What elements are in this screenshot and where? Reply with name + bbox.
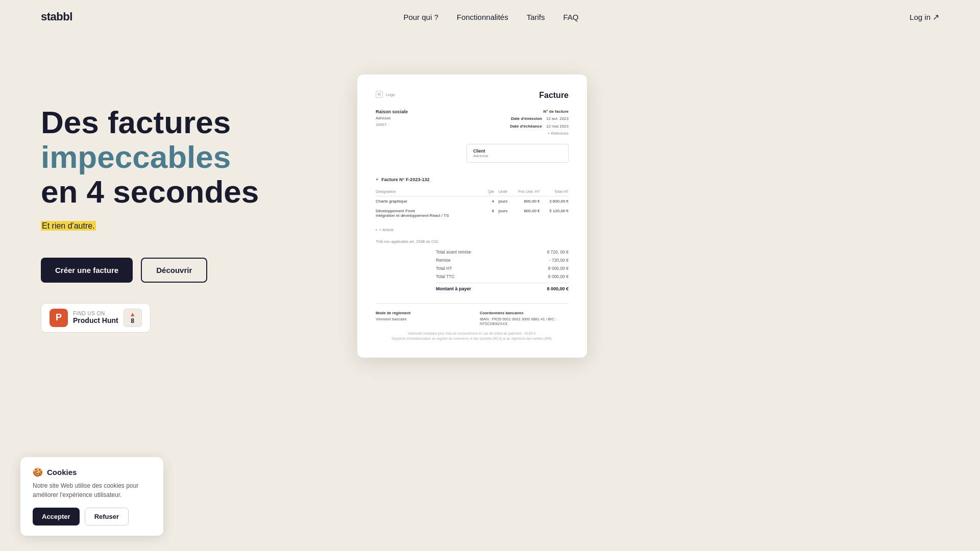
cookie-buttons: Accepter Refuser — [33, 508, 151, 525]
cookie-banner: 🍪 Cookies Notre site Web utilise des coo… — [20, 457, 163, 536]
table-row: Charte graphique 4 jours 800,00 € 3 600,… — [376, 196, 569, 207]
cookie-refuse-button[interactable]: Refuser — [85, 508, 129, 525]
client-box: Client Adresse — [467, 144, 569, 163]
cookie-text: Notre site Web utilise des cookies pour … — [33, 481, 151, 499]
invoice-table: Désignation Qté Unité Prix Unit. HT Tota… — [376, 187, 569, 220]
nav-faq[interactable]: FAQ — [564, 13, 579, 21]
company-info: Raison sociale Adresse SIRET : — [376, 108, 408, 136]
invoice-logo: 🖼 Logo — [376, 91, 395, 98]
cookie-accept-button[interactable]: Accepter — [33, 508, 80, 525]
product-hunt-votes: ▲ 8 — [124, 309, 142, 327]
nav-pour-qui[interactable]: Pour qui ? — [403, 13, 438, 21]
add-article-button[interactable]: ▪ + Article — [376, 228, 569, 232]
cta-buttons: Créer une facture Découvrir — [41, 258, 327, 283]
invoice-legal-note: Indemnité forfaitaire pour frais de reco… — [376, 331, 569, 341]
product-hunt-icon: P — [50, 309, 68, 327]
table-row: Développement Front Intégration et dével… — [376, 206, 569, 220]
header: stabbl Pour qui ? Fonctionnalités Tarifs… — [0, 0, 980, 34]
invoice-meta: N° de facture Date d'émission 12 avr. 20… — [510, 108, 569, 136]
nav-fonctionnalites[interactable]: Fonctionnalités — [457, 13, 508, 21]
invoice-footer: Mode de règlement Virement bancaire Coor… — [376, 303, 569, 326]
external-link-icon: ↗ — [933, 12, 939, 22]
tva-note: TVA non applicable art. 293B du CGI — [376, 239, 569, 244]
nav-tarifs[interactable]: Tarifs — [527, 13, 545, 21]
main-content: Des factures impeccables en 4 secondes E… — [0, 34, 980, 358]
hero-section: Des factures impeccables en 4 secondes E… — [41, 64, 327, 333]
logo-placeholder-icon: 🖼 — [376, 91, 383, 98]
invoice-title: Facture — [539, 91, 569, 100]
invoice-preview: 🖼 Logo Facture Raison sociale Adresse SI… — [357, 74, 587, 358]
cookie-icon: 🍪 — [33, 467, 43, 477]
product-hunt-text: FIND US ON Product Hunt — [73, 311, 118, 324]
brand-logo: stabbl — [41, 10, 72, 23]
discover-button[interactable]: Découvrir — [141, 258, 207, 283]
totals-section: Total avant remise 8 720, 00 € Remise - … — [376, 248, 569, 293]
hero-subtitle: Et rien d'autre. — [41, 221, 96, 231]
cookie-title: 🍪 Cookies — [33, 467, 151, 477]
hero-title: Des factures impeccables en 4 secondes — [41, 105, 327, 210]
main-nav: Pour qui ? Fonctionnalités Tarifs FAQ — [403, 13, 578, 21]
invoice-number: + Facture N° F-2023-132 — [376, 177, 569, 182]
create-invoice-button[interactable]: Créer une facture — [41, 258, 133, 283]
login-button[interactable]: Log in ↗ — [910, 12, 939, 22]
product-hunt-badge[interactable]: P FIND US ON Product Hunt ▲ 8 — [41, 303, 151, 333]
